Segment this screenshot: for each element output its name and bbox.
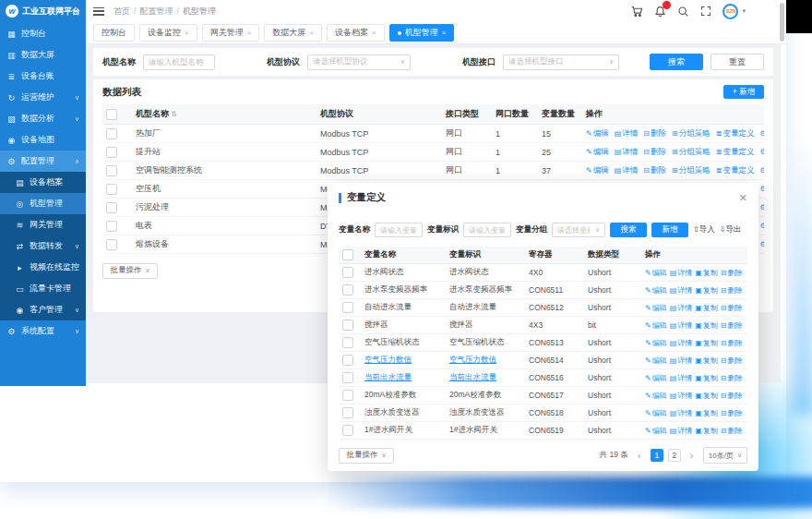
action-group[interactable]: ⊞分组策略 — [672, 128, 710, 138]
tab-model-manage[interactable]: 机型管理× — [389, 24, 455, 42]
select-all-checkbox[interactable] — [106, 109, 117, 120]
tab-device-monitor[interactable]: 设备监控× — [139, 24, 197, 42]
action-delete[interactable]: ⊟删除 — [643, 165, 666, 175]
action-detail[interactable]: ▤详情 — [670, 392, 693, 400]
action-scada[interactable]: ⚙组态定义 — [759, 202, 764, 211]
close-tab-icon[interactable]: × — [442, 29, 447, 37]
var-group-select[interactable]: 请选择变量分组 ∨ — [552, 223, 605, 237]
tab-console[interactable]: 控制台 — [93, 24, 135, 42]
select-all-checkbox[interactable] — [342, 249, 353, 260]
action-delete[interactable]: ⊟删除 — [721, 356, 743, 365]
action-edit[interactable]: ✎编辑 — [645, 286, 667, 295]
action-copy[interactable]: ▣复制 — [695, 356, 718, 365]
action-delete[interactable]: ⊟删除 — [643, 147, 666, 156]
row-checkbox[interactable] — [342, 320, 353, 331]
action-copy[interactable]: ▣复制 — [695, 374, 718, 382]
collapse-menu-icon[interactable] — [93, 7, 104, 16]
sidebar-item-video-monitor[interactable]: ▸视频在线监控 — [0, 257, 86, 278]
action-edit[interactable]: ✎编辑 — [645, 339, 667, 347]
tab-device-archive[interactable]: 设备档案× — [327, 24, 385, 42]
avatar[interactable]: SZN — [722, 4, 738, 19]
page-button-1[interactable]: 1 — [651, 449, 663, 462]
close-tab-icon[interactable]: × — [372, 29, 376, 37]
action-edit[interactable]: ✎编辑 — [586, 147, 609, 156]
per-page-select[interactable]: 10条/页∨ — [703, 447, 747, 464]
row-checkbox[interactable] — [106, 184, 117, 195]
action-delete[interactable]: ⊟删除 — [721, 374, 743, 382]
action-delete[interactable]: ⊟删除 — [721, 286, 743, 295]
row-checkbox[interactable] — [342, 355, 353, 366]
action-variable[interactable]: ≣变量定义 — [716, 128, 755, 138]
row-checkbox[interactable] — [342, 425, 353, 436]
action-edit[interactable]: ✎编辑 — [645, 392, 667, 400]
page-button-2[interactable]: 2 — [668, 449, 681, 462]
action-detail[interactable]: ▤详情 — [670, 356, 693, 365]
import-button[interactable]: ⇧导入 — [693, 224, 715, 235]
action-copy[interactable]: ▣复制 — [695, 321, 718, 330]
action-scada[interactable]: ⚙组态定义 — [759, 128, 764, 138]
action-edit[interactable]: ✎编辑 — [645, 409, 667, 417]
action-detail[interactable]: ▤详情 — [615, 147, 639, 156]
row-checkbox[interactable] — [342, 337, 353, 348]
action-edit[interactable]: ✎编辑 — [586, 165, 609, 175]
batch-action-button[interactable]: 批量操作∨ — [102, 263, 158, 279]
breadcrumb-home[interactable]: 首页 — [113, 6, 130, 18]
action-edit[interactable]: ✎编辑 — [645, 356, 667, 365]
user-menu[interactable]: SZN ▾ — [722, 4, 746, 19]
reset-button[interactable]: 重置 — [710, 54, 764, 70]
action-detail[interactable]: ▤详情 — [670, 339, 693, 347]
modal-search-button[interactable]: 搜索 — [610, 223, 647, 237]
action-detail[interactable]: ▤详情 — [615, 128, 639, 138]
sidebar-item-system-config[interactable]: ⚙系统配置∨ — [0, 320, 86, 342]
action-delete[interactable]: ⊟删除 — [721, 269, 743, 277]
row-checkbox[interactable] — [342, 284, 353, 296]
var-key-input[interactable] — [463, 223, 511, 237]
close-icon[interactable]: ✕ — [739, 193, 747, 203]
row-checkbox[interactable] — [106, 165, 117, 176]
action-edit[interactable]: ✎编辑 — [645, 304, 667, 312]
cart-icon[interactable] — [630, 5, 643, 18]
sort-icon[interactable]: ⇅ — [171, 110, 177, 118]
close-tab-icon[interactable]: × — [309, 29, 314, 37]
row-checkbox[interactable] — [106, 202, 117, 213]
row-checkbox[interactable] — [342, 390, 353, 401]
action-delete[interactable]: ⊟删除 — [721, 321, 743, 330]
tab-gateway-manage[interactable]: 网关管理× — [202, 24, 260, 42]
var-name-input[interactable] — [375, 223, 423, 237]
sidebar-item-data-screen[interactable]: ▥数据大屏 — [0, 44, 86, 66]
action-edit[interactable]: ✎编辑 — [645, 374, 667, 382]
close-tab-icon[interactable]: × — [185, 29, 189, 37]
modal-batch-action-button[interactable]: 批量操作∨ — [339, 448, 394, 464]
prev-page-button[interactable]: ‹ — [633, 449, 646, 462]
action-scada[interactable]: ⚙组态定义 — [759, 221, 764, 230]
action-detail[interactable]: ▤详情 — [670, 269, 693, 277]
action-copy[interactable]: ▣复制 — [695, 269, 718, 277]
action-scada[interactable]: ⚙组态定义 — [759, 239, 764, 248]
sidebar-item-config-manage[interactable]: ⚙配置管理∧ — [0, 151, 86, 172]
action-detail[interactable]: ▤详情 — [670, 374, 693, 382]
action-scada[interactable]: ⚙组态定义 — [759, 165, 764, 175]
action-copy[interactable]: ▣复制 — [695, 304, 718, 312]
sidebar-item-device-archive[interactable]: ▤设备档案 — [0, 172, 86, 193]
action-detail[interactable]: ▤详情 — [670, 286, 693, 295]
sidebar-item-gateway-manage[interactable]: ≋网关管理 — [0, 214, 86, 235]
action-edit[interactable]: ✎编辑 — [645, 269, 667, 277]
add-button[interactable]: + 新增 — [723, 85, 764, 99]
action-delete[interactable]: ⊟删除 — [721, 392, 743, 400]
model-interface-select[interactable]: 请选择机型接口∨ — [503, 54, 619, 70]
action-variable[interactable]: ≣变量定义 — [716, 165, 755, 175]
action-delete[interactable]: ⊟删除 — [721, 427, 743, 435]
sidebar-item-device-ledger[interactable]: ≣设备台账 — [0, 66, 86, 87]
export-button[interactable]: ⇩导出 — [720, 224, 742, 235]
sidebar-item-sim-manage[interactable]: ▭流量卡管理 — [0, 278, 86, 299]
close-tab-icon[interactable]: × — [247, 29, 252, 37]
row-checkbox[interactable] — [342, 407, 353, 418]
sidebar-item-data-analysis[interactable]: ▧数据分析∨ — [0, 108, 86, 129]
row-checkbox[interactable] — [106, 128, 117, 139]
sidebar-item-console[interactable]: ▦控制台 — [0, 23, 86, 44]
action-delete[interactable]: ⊟删除 — [643, 128, 666, 138]
action-edit[interactable]: ✎编辑 — [645, 321, 667, 330]
action-delete[interactable]: ⊟删除 — [721, 409, 743, 417]
model-protocol-select[interactable]: 请选择机型协议∨ — [307, 54, 411, 70]
bell-icon[interactable] — [653, 5, 666, 18]
